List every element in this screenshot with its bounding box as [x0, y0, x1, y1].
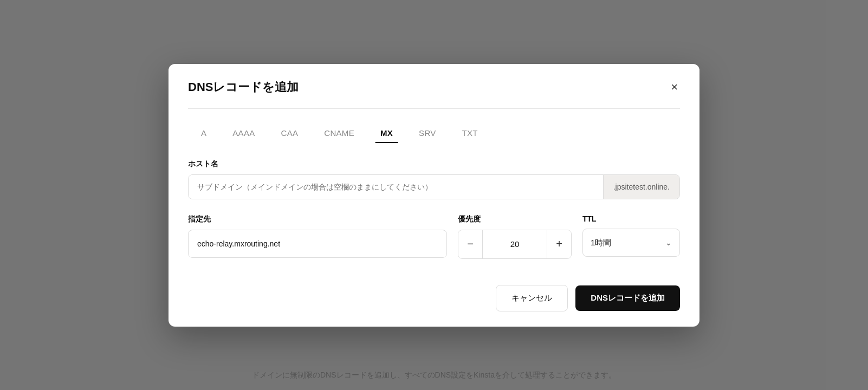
priority-field-group: 優先度 − + — [458, 214, 572, 259]
tab-txt[interactable]: TXT — [449, 124, 491, 142]
tab-cname[interactable]: CNAME — [311, 124, 367, 142]
hostname-suffix: .jpsitetest.online. — [603, 175, 679, 199]
submit-button[interactable]: DNSレコードを追加 — [575, 285, 680, 311]
tab-aaaa[interactable]: AAAA — [219, 124, 268, 142]
hostname-field-group: ホスト名 .jpsitetest.online. — [188, 159, 680, 199]
background-text: ドメインに無制限のDNSレコードを追加し、すべてのDNS設定をKinstaを介し… — [0, 370, 868, 380]
target-input[interactable] — [188, 230, 447, 258]
tab-srv[interactable]: SRV — [406, 124, 449, 142]
priority-control: − + — [458, 230, 572, 259]
fields-row: 指定先 優先度 − + TTL — [188, 214, 680, 259]
overlay: DNSレコードを追加 × A AAAA CAA CNAME MX SRV TXT… — [0, 0, 868, 390]
cancel-button[interactable]: キャンセル — [496, 285, 568, 311]
ttl-select-wrapper: 自動 2分 5分 10分 15分 30分 1時間 2時間 6時間 12時間 1日 — [582, 229, 680, 257]
target-label: 指定先 — [188, 214, 447, 224]
close-button[interactable]: × — [669, 79, 680, 95]
modal-dialog: DNSレコードを追加 × A AAAA CAA CNAME MX SRV TXT… — [169, 64, 699, 327]
hostname-input[interactable] — [189, 175, 603, 199]
modal-body: A AAAA CAA CNAME MX SRV TXT ホスト名 .jpsite… — [169, 109, 699, 274]
target-field-group: 指定先 — [188, 214, 447, 258]
tabs-container: A AAAA CAA CNAME MX SRV TXT — [188, 124, 680, 142]
hostname-input-row: .jpsitetest.online. — [188, 174, 680, 199]
priority-increment-button[interactable]: + — [547, 230, 571, 258]
ttl-field-group: TTL 自動 2分 5分 10分 15分 30分 1時間 2時間 6時間 — [582, 214, 680, 257]
hostname-label: ホスト名 — [188, 159, 680, 169]
modal-footer: キャンセル DNSレコードを追加 — [169, 274, 699, 327]
priority-label: 優先度 — [458, 214, 572, 224]
priority-input[interactable] — [482, 230, 547, 258]
tab-mx[interactable]: MX — [367, 124, 406, 142]
priority-decrement-button[interactable]: − — [458, 230, 482, 258]
modal-title: DNSレコードを追加 — [188, 79, 299, 95]
tab-caa[interactable]: CAA — [268, 124, 312, 142]
ttl-label: TTL — [582, 214, 680, 223]
ttl-select[interactable]: 自動 2分 5分 10分 15分 30分 1時間 2時間 6時間 12時間 1日 — [591, 238, 672, 247]
modal-header: DNSレコードを追加 × — [169, 64, 699, 108]
tab-a[interactable]: A — [188, 124, 219, 142]
